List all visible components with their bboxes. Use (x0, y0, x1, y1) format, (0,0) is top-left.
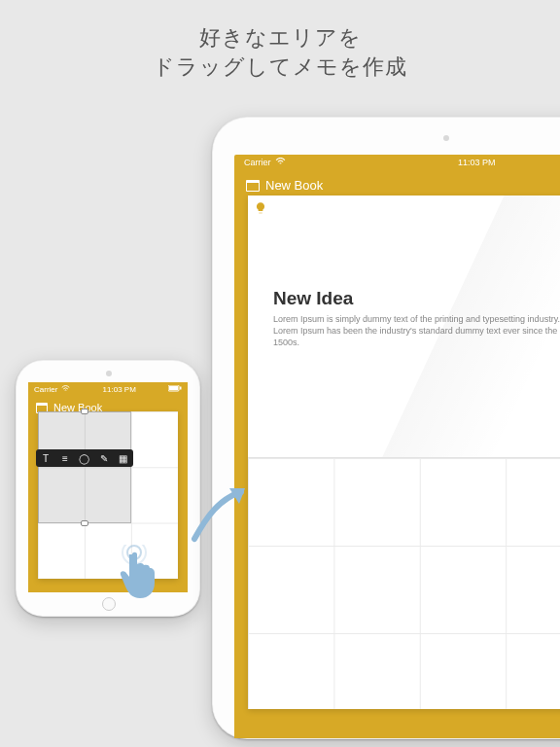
drag-selection[interactable]: T ≡ ◯ ✎ ▦ (38, 411, 131, 523)
selection-toolbar: T ≡ ◯ ✎ ▦ (36, 449, 133, 467)
note-title: New Idea (273, 288, 560, 309)
headline-line2: ドラッグしてメモを作成 (153, 54, 407, 79)
camera-dot (443, 135, 449, 141)
memo-note[interactable]: New Idea Lorem Ipsum is simply dummy tex… (248, 196, 560, 458)
wifi-icon (275, 158, 286, 167)
status-bar: Carrier 11:03 PM (28, 382, 188, 396)
note-body-text: Lorem Ipsum is simply dummy text of the … (273, 313, 560, 348)
ipad-small-screen: Carrier 11:03 PM New Book T (28, 382, 188, 592)
wifi-icon (61, 385, 70, 394)
bulb-icon (254, 201, 267, 218)
status-bar: Carrier 11:03 PM (234, 155, 560, 170)
carrier-label: Carrier (244, 158, 271, 167)
svg-rect-2 (180, 386, 182, 389)
promo-headline: 好きなエリアを ドラッグしてメモを作成 (0, 23, 560, 81)
ipad-large-screen: Carrier 11:03 PM New Book New Idea Lorem… (234, 155, 560, 738)
memo-canvas[interactable]: New Idea Lorem Ipsum is simply dummy tex… (248, 196, 560, 709)
tool-text-button[interactable]: T (40, 452, 52, 464)
tool-draw-button[interactable]: ✎ (98, 452, 110, 464)
book-title: New Book (265, 178, 323, 193)
book-icon (246, 180, 260, 192)
resize-handle-bottom[interactable] (81, 520, 88, 526)
clock-label: 11:03 PM (458, 158, 496, 167)
carrier-label: Carrier (34, 385, 57, 394)
clock-label: 11:03 PM (103, 385, 136, 394)
resize-handle-top[interactable] (81, 409, 88, 414)
headline-line1: 好きなエリアを (199, 25, 362, 50)
battery-icon (168, 385, 182, 394)
ipad-small-device: Carrier 11:03 PM New Book T (16, 360, 200, 617)
svg-rect-1 (169, 386, 178, 390)
camera-dot (106, 371, 112, 376)
tool-table-button[interactable]: ▦ (118, 452, 129, 464)
tool-list-button[interactable]: ≡ (59, 452, 71, 464)
home-button[interactable] (102, 597, 116, 611)
tool-shape-button[interactable]: ◯ (79, 452, 90, 464)
ipad-large-device: Carrier 11:03 PM New Book New Idea Lorem… (212, 117, 560, 739)
memo-canvas[interactable]: T ≡ ◯ ✎ ▦ (38, 411, 178, 579)
